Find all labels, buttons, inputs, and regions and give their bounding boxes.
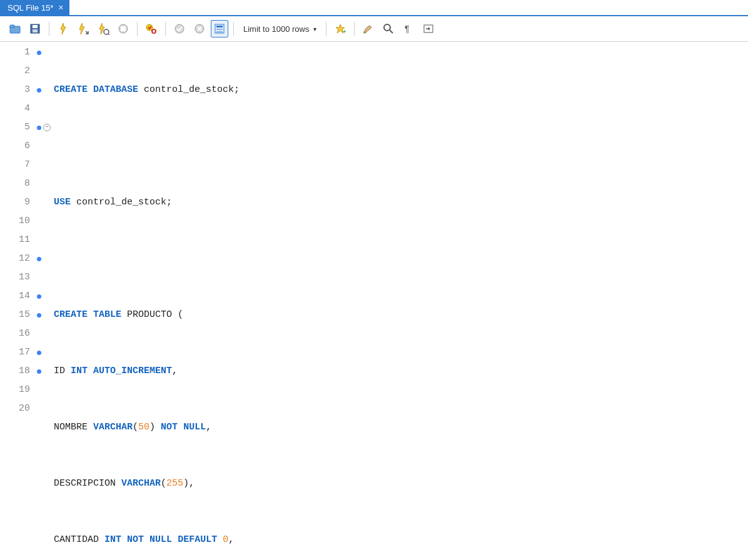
statement-marker-icon: [37, 126, 41, 130]
sql-editor[interactable]: 1 2 3 4 5 6 7 8 9 10 11 12 13 14 15 16 1…: [0, 42, 748, 560]
separator: [165, 22, 166, 36]
svg-line-6: [108, 34, 109, 35]
line-number: 19: [0, 381, 31, 399]
statement-marker-icon: [37, 88, 41, 92]
svg-text:+: +: [343, 28, 346, 34]
line-number: 7: [0, 156, 31, 174]
statement-marker-icon: [37, 369, 41, 374]
svg-text:¶: ¶: [405, 24, 410, 34]
line-number: 13: [0, 268, 31, 287]
tab-label: SQL File 15*: [8, 3, 53, 12]
svg-rect-17: [216, 31, 223, 32]
toggle-autocommit-button[interactable]: [143, 20, 160, 38]
line-number: 4: [0, 99, 31, 118]
svg-rect-8: [121, 26, 126, 31]
line-number: 3: [0, 81, 31, 99]
save-button[interactable]: [26, 20, 44, 38]
wrap-button[interactable]: [420, 20, 437, 38]
chevron-down-icon: ▾: [313, 26, 316, 32]
marker-gutter: −: [35, 43, 54, 560]
separator: [233, 22, 234, 36]
line-number: 1: [0, 43, 31, 62]
execute-current-button[interactable]: [74, 20, 92, 38]
line-number: 10: [0, 212, 31, 231]
brush-button[interactable]: [360, 20, 377, 38]
tab-bar: SQL File 15* ×: [0, 0, 748, 16]
line-number: 2: [0, 62, 31, 81]
svg-line-21: [390, 30, 393, 33]
svg-point-12: [175, 24, 184, 33]
separator: [326, 22, 326, 36]
statement-marker-icon: [37, 294, 41, 299]
line-number: 12: [0, 249, 31, 268]
line-number: 11: [0, 231, 31, 249]
show-invisible-button[interactable]: ¶: [400, 20, 417, 38]
separator: [137, 22, 138, 36]
svg-rect-3: [33, 25, 38, 28]
separator: [354, 22, 355, 36]
row-limit-dropdown[interactable]: Limit to 1000 rows ▾: [239, 22, 321, 36]
svg-rect-11: [153, 30, 155, 32]
code-area[interactable]: CREATE DATABASE control_de_stock; USE co…: [54, 43, 748, 560]
stop-button[interactable]: [114, 20, 132, 38]
line-number-gutter: 1 2 3 4 5 6 7 8 9 10 11 12 13 14 15 16 1…: [0, 43, 35, 560]
line-number: 8: [0, 174, 31, 193]
beautify-button[interactable]: +: [331, 20, 349, 38]
tab-sql-file[interactable]: SQL File 15* ×: [0, 0, 69, 15]
line-number: 15: [0, 306, 31, 324]
close-icon[interactable]: ×: [58, 2, 63, 12]
fold-toggle-icon[interactable]: −: [43, 124, 51, 131]
row-limit-label: Limit to 1000 rows: [243, 24, 310, 34]
line-number: 20: [0, 399, 31, 418]
line-number: 17: [0, 343, 31, 362]
line-number: 18: [0, 362, 31, 381]
statement-marker-icon: [37, 257, 41, 261]
statement-marker-icon: [37, 51, 41, 55]
editor-toolbar: Limit to 1000 rows ▾ + ¶: [0, 16, 748, 42]
explain-button[interactable]: [94, 20, 112, 38]
rollback-button[interactable]: [191, 20, 208, 38]
open-file-button[interactable]: [6, 20, 24, 38]
line-number: 6: [0, 137, 31, 156]
statement-marker-icon: [37, 313, 41, 318]
svg-rect-16: [216, 29, 223, 30]
svg-point-9: [146, 24, 153, 31]
statement-marker-icon: [37, 351, 41, 355]
line-number: 9: [0, 193, 31, 212]
svg-rect-1: [10, 25, 14, 28]
line-number: 5: [0, 118, 31, 137]
svg-rect-15: [216, 26, 223, 28]
svg-rect-4: [33, 29, 38, 32]
line-number: 16: [0, 324, 31, 343]
svg-point-5: [104, 29, 109, 34]
line-number: 14: [0, 287, 31, 306]
execute-button[interactable]: [54, 20, 72, 38]
svg-point-19: [363, 32, 366, 34]
find-button[interactable]: [380, 20, 397, 38]
commit-button[interactable]: [171, 20, 188, 38]
svg-point-20: [384, 24, 390, 31]
toggle-limit-button[interactable]: [211, 20, 228, 38]
separator: [49, 22, 49, 36]
